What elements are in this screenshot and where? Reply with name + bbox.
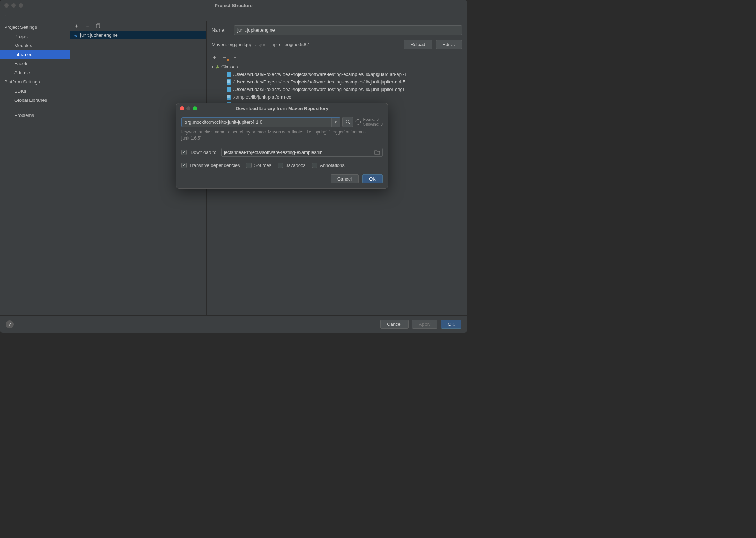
sources-label: Sources [254, 163, 271, 168]
javadocs-checkbox[interactable] [278, 163, 283, 168]
javadocs-label: Javadocs [286, 163, 305, 168]
sidebar-item-libraries[interactable]: Libraries [0, 50, 70, 59]
platform-settings-header: Platform Settings [0, 77, 70, 87]
search-row: ▼ Found: 0 Showing: 0 [181, 117, 383, 127]
window-title: Project Structure [215, 3, 252, 8]
jar-path-item[interactable]: /Users/vrudas/Projects/IdeaProjects/soft… [212, 86, 462, 93]
footer-apply-button[interactable]: Apply [412, 320, 438, 329]
dialog-minimize-icon [186, 106, 190, 110]
showing-count: Showing: 0 [363, 122, 383, 127]
add-root-alt-icon[interactable]: ＋ [222, 54, 227, 61]
jar-icon [227, 79, 231, 85]
sidebar: Project Settings Project Modules Librari… [0, 21, 70, 315]
window-footer: ? Cancel Apply OK [0, 315, 467, 333]
search-status: Found: 0 Showing: 0 [363, 117, 383, 127]
remove-root-icon[interactable]: － [232, 54, 238, 61]
sidebar-item-facets[interactable]: Facets [0, 59, 70, 68]
dialog-ok-button[interactable]: OK [362, 174, 383, 183]
dialog-close-icon[interactable] [180, 106, 184, 110]
close-window-icon[interactable] [4, 3, 9, 8]
library-list-toolbar: ＋ － [70, 21, 206, 31]
annotations-label: Annotations [320, 163, 345, 168]
library-item[interactable]: m junit.jupiter.engine [70, 31, 206, 39]
footer-ok-button[interactable]: OK [441, 320, 461, 329]
jar-icon [227, 87, 231, 92]
minimize-window-icon[interactable] [11, 3, 16, 8]
loading-spinner-icon [355, 119, 361, 125]
dropdown-icon[interactable]: ▼ [331, 118, 340, 127]
sidebar-item-artifacts[interactable]: Artifacts [0, 68, 70, 77]
jar-path-item[interactable]: /Users/vrudas/Projects/IdeaProjects/soft… [212, 70, 462, 78]
back-icon[interactable]: ← [4, 13, 10, 19]
add-library-icon[interactable]: ＋ [74, 23, 79, 29]
dialog-title: Download Library from Maven Repository [236, 106, 328, 111]
name-row: Name: [212, 25, 462, 35]
download-to-checkbox[interactable] [181, 150, 187, 155]
svg-point-2 [346, 120, 349, 123]
footer-cancel-button[interactable]: Cancel [380, 320, 408, 329]
download-to-path: jects/IdeaProjects/software-testing-exam… [224, 150, 372, 155]
dialog-window-controls [180, 106, 197, 110]
dialog-cancel-button[interactable]: Cancel [331, 174, 359, 183]
zoom-window-icon[interactable] [19, 3, 23, 8]
classes-toolbar: ＋ ＋ － [212, 53, 462, 63]
classes-node[interactable]: ▾ Classes [212, 63, 462, 70]
project-settings-header: Project Settings [0, 22, 70, 32]
download-to-row: Download to: jects/IdeaProjects/software… [181, 148, 383, 157]
dialog-body: ▼ Found: 0 Showing: 0 keyword or class n… [176, 113, 388, 168]
classes-label: Classes [221, 64, 238, 69]
sources-group: Sources [246, 163, 271, 168]
browse-folder-icon[interactable] [374, 150, 380, 155]
sidebar-item-project[interactable]: Project [0, 32, 70, 41]
sidebar-item-sdks[interactable]: SDKs [0, 87, 70, 96]
found-count: Found: 0 [363, 117, 383, 122]
annotations-group: Annotations [312, 163, 345, 168]
javadocs-group: Javadocs [278, 163, 305, 168]
titlebar: Project Structure [0, 0, 467, 11]
jar-path-item[interactable]: xamples/lib/junit-platform-co [212, 93, 462, 101]
search-hint: keyword or class name to search by or ex… [181, 129, 383, 141]
svg-line-3 [349, 123, 350, 124]
maven-icon: m [73, 33, 78, 38]
dialog-titlebar: Download Library from Maven Repository [176, 103, 388, 113]
transitive-checkbox[interactable] [181, 163, 187, 168]
window-controls [4, 3, 23, 8]
svg-rect-1 [96, 24, 99, 28]
download-to-field[interactable]: jects/IdeaProjects/software-testing-exam… [221, 148, 383, 157]
sidebar-divider [4, 108, 65, 108]
maven-search-combo[interactable]: ▼ [181, 117, 340, 127]
transitive-label: Transitive dependencies [189, 163, 240, 168]
forward-icon[interactable]: → [15, 13, 21, 19]
nav-toolbar: ← → [0, 11, 467, 21]
maven-coords-row: Maven: org.junit.jupiter:junit-jupiter-e… [212, 40, 462, 49]
help-icon[interactable]: ? [6, 320, 14, 328]
library-name-input[interactable] [234, 25, 462, 35]
dialog-footer: Cancel OK [176, 168, 388, 183]
download-library-dialog: Download Library from Maven Repository ▼… [176, 103, 388, 189]
dialog-zoom-icon[interactable] [193, 106, 197, 110]
library-item-label: junit.jupiter.engine [80, 32, 118, 38]
name-label: Name: [212, 27, 230, 33]
annotations-checkbox[interactable] [312, 163, 317, 168]
add-root-icon[interactable]: ＋ [212, 54, 217, 61]
search-button[interactable] [342, 117, 353, 127]
sidebar-item-modules[interactable]: Modules [0, 41, 70, 50]
footer-buttons: Cancel Apply OK [380, 320, 461, 329]
remove-library-icon[interactable]: － [85, 23, 90, 29]
sources-checkbox[interactable] [246, 163, 252, 168]
jar-path-item[interactable]: /Users/vrudas/Projects/IdeaProjects/soft… [212, 78, 462, 86]
sidebar-item-global-libraries[interactable]: Global Libraries [0, 96, 70, 105]
reload-button[interactable]: Reload [404, 40, 432, 49]
copy-library-icon[interactable] [96, 23, 101, 28]
chevron-down-icon: ▾ [212, 65, 213, 69]
jar-icon [227, 95, 231, 100]
download-to-label: Download to: [190, 150, 218, 155]
options-row: Transitive dependencies Sources Javadocs… [181, 163, 383, 168]
maven-search-input[interactable] [182, 118, 331, 127]
maven-coords-text: Maven: org.junit.jupiter:junit-jupiter-e… [212, 42, 400, 47]
edit-button[interactable]: Edit… [436, 40, 462, 49]
search-icon [345, 119, 350, 124]
sidebar-item-problems[interactable]: Problems [0, 111, 70, 120]
classes-folder-icon [215, 64, 220, 69]
jar-icon [227, 72, 231, 77]
